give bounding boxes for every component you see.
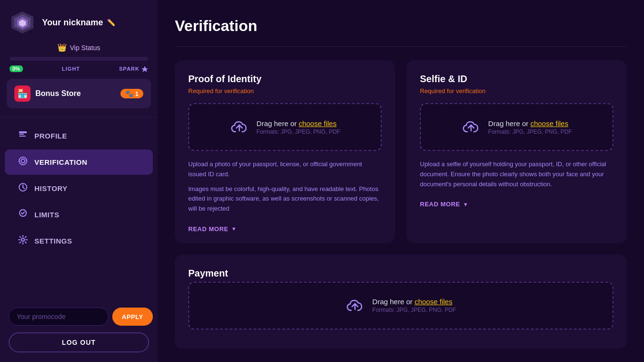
- svg-point-11: [21, 238, 24, 241]
- upload-zone-selfie[interactable]: Drag here or choose files Formats: JPG, …: [420, 103, 613, 151]
- svg-rect-6: [19, 134, 24, 135]
- tier-left-label: LIGHT: [62, 66, 80, 72]
- drag-text-payment: Drag here or: [372, 298, 414, 306]
- main-content: Verification Proof of Identity Required …: [158, 0, 644, 362]
- sidebar-item-label-settings: SETTINGS: [34, 237, 72, 245]
- drag-text-proof: Drag here or: [257, 119, 299, 128]
- sidebar-item-label-verification: VERIFICATION: [34, 158, 87, 166]
- crown-icon: 👑: [57, 43, 67, 52]
- verification-icon: [18, 156, 28, 168]
- choose-files-link-proof[interactable]: choose files: [299, 119, 336, 128]
- drag-text-selfie: Drag here or: [488, 119, 530, 128]
- apply-button[interactable]: APPLY: [112, 308, 153, 326]
- read-more-label-selfie: READ MORE: [420, 201, 460, 208]
- card-description-proof: Upload a photo of your passport, license…: [188, 160, 382, 219]
- avatar-icon: [10, 10, 35, 35]
- bonus-store-left: 🏪 Bonus Store: [14, 85, 81, 102]
- read-more-selfie[interactable]: READ MORE ▼: [420, 201, 613, 208]
- vip-section: 👑 Vip Status 0% LIGHT SPARK: [0, 43, 158, 79]
- limits-icon: [18, 209, 28, 221]
- choose-files-link-payment[interactable]: choose files: [415, 298, 452, 306]
- card-description-selfie: Upload a selfie of yourself holding your…: [420, 160, 613, 194]
- bonus-store-label: Bonus Store: [35, 89, 81, 98]
- svg-rect-5: [19, 131, 27, 133]
- sidebar-item-verification[interactable]: VERIFICATION: [5, 149, 153, 175]
- paw-icon: 🐾: [125, 90, 133, 97]
- choose-files-link-selfie[interactable]: choose files: [530, 119, 568, 128]
- cards-row-top: Proof of Identity Required for verificat…: [175, 60, 627, 243]
- profile-icon: [18, 130, 28, 142]
- vip-label: 👑 Vip Status: [10, 43, 148, 52]
- read-more-label-proof: READ MORE: [188, 225, 228, 233]
- upload-formats-payment: Formats: JPG, JPEG, PNG, PDF: [372, 307, 456, 313]
- desc-1-proof: Upload a photo of your passport, license…: [188, 160, 382, 180]
- upload-cloud-icon-payment: [345, 296, 365, 315]
- upload-formats-selfie: Formats: JPG, JPEG, PNG, PDF: [488, 128, 572, 135]
- svg-point-9: [21, 159, 25, 163]
- desc-2-proof: Images must be colorful, high-quality, a…: [188, 184, 382, 214]
- selfie-id-card: Selfie & ID Required for verification Dr…: [407, 60, 627, 243]
- nickname-text: Your nickname: [42, 18, 103, 28]
- vip-label-text: Vip Status: [70, 44, 100, 52]
- card-required-proof: Required for verification: [188, 87, 382, 95]
- sidebar-item-limits[interactable]: LIMITS: [5, 202, 153, 227]
- profile-nickname: Your nickname ✏️: [42, 18, 115, 28]
- progress-pct: 0%: [10, 65, 23, 72]
- upload-text-selfie: Drag here or choose files Formats: JPG, …: [488, 119, 572, 135]
- sidebar-item-settings[interactable]: SETTINGS: [5, 228, 153, 254]
- progress-bar-wrap: [10, 57, 148, 61]
- nav-list: PROFILE VERIFICATION HISTORY LIMITS SETT…: [0, 119, 158, 258]
- logout-button[interactable]: LOG OUT: [9, 332, 149, 352]
- tier-right-label: SPARK: [119, 66, 140, 72]
- read-more-proof[interactable]: READ MORE ▼: [188, 225, 382, 233]
- proof-of-identity-card: Proof of Identity Required for verificat…: [175, 60, 395, 243]
- svg-point-8: [19, 157, 27, 165]
- promo-input[interactable]: [9, 308, 108, 326]
- bonus-store-button[interactable]: 🏪 Bonus Store 🐾 1: [7, 79, 151, 108]
- progress-labels: 0% LIGHT SPARK: [10, 65, 148, 72]
- card-title-proof: Proof of Identity: [188, 74, 382, 85]
- sidebar-item-label-history: HISTORY: [34, 184, 67, 192]
- sidebar-item-profile[interactable]: PROFILE: [5, 123, 153, 149]
- chevron-down-icon-proof: ▼: [231, 226, 236, 232]
- bonus-count: 1: [135, 90, 139, 97]
- promo-row: APPLY: [9, 308, 149, 326]
- card-title-payment: Payment: [188, 268, 613, 279]
- upload-text-payment: Drag here or choose files Formats: JPG, …: [372, 298, 456, 313]
- card-title-selfie: Selfie & ID: [420, 74, 613, 85]
- settings-icon: [18, 235, 28, 247]
- upload-cloud-icon-selfie: [462, 117, 481, 137]
- upload-cloud-icon-proof: [230, 117, 249, 137]
- card-required-selfie: Required for verification: [420, 87, 613, 95]
- sidebar-bottom: APPLY LOG OUT: [0, 300, 158, 362]
- tier-right: SPARK: [119, 65, 148, 72]
- payment-card: Payment Drag here or choose files Format…: [175, 255, 627, 349]
- page-divider: [175, 46, 627, 47]
- desc-1-selfie: Upload a selfie of yourself holding your…: [420, 160, 613, 189]
- svg-rect-7: [19, 136, 26, 137]
- history-icon: [18, 182, 28, 194]
- upload-text-proof: Drag here or choose files Formats: JPG, …: [257, 119, 340, 135]
- svg-marker-4: [141, 66, 148, 72]
- upload-zone-payment[interactable]: Drag here or choose files Formats: JPG, …: [188, 282, 613, 330]
- sidebar-item-label-limits: LIMITS: [34, 211, 59, 219]
- sidebar-profile: Your nickname ✏️: [0, 0, 158, 43]
- sidebar-divider: [0, 117, 158, 117]
- upload-formats-proof: Formats: JPG, JPEG, PNG, PDF: [257, 128, 340, 135]
- upload-zone-proof[interactable]: Drag here or choose files Formats: JPG, …: [188, 103, 382, 151]
- spark-icon: [141, 65, 148, 72]
- sidebar: Your nickname ✏️ 👑 Vip Status 0% LIGHT S…: [0, 0, 158, 362]
- sidebar-item-label-profile: PROFILE: [34, 132, 67, 140]
- page-title: Verification: [175, 17, 627, 35]
- sidebar-item-history[interactable]: HISTORY: [5, 176, 153, 201]
- edit-nickname-icon[interactable]: ✏️: [107, 19, 115, 26]
- chevron-down-icon-selfie: ▼: [463, 202, 468, 207]
- bonus-store-icon: 🏪: [14, 85, 31, 102]
- bonus-badge: 🐾 1: [120, 89, 143, 98]
